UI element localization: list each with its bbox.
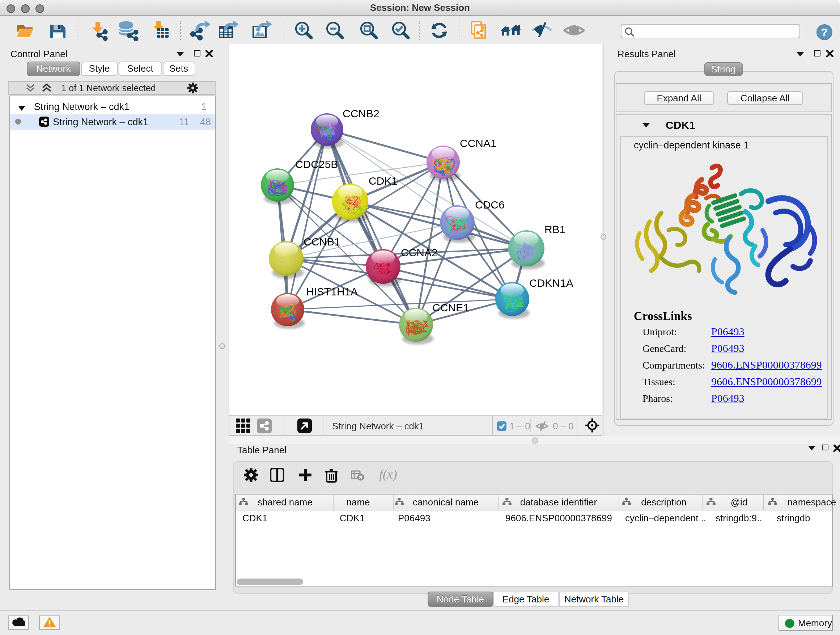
svg-text:CCNB2: CCNB2 (342, 108, 379, 119)
svg-text:CDKN1A: CDKN1A (529, 277, 573, 289)
svg-text:CCNA2: CCNA2 (401, 247, 437, 258)
svg-text:RB1: RB1 (544, 223, 565, 235)
svg-text:HIST1H1A: HIST1H1A (306, 286, 357, 298)
svg-text:CCNA1: CCNA1 (459, 137, 496, 149)
svg-text:?: ? (821, 26, 828, 38)
svg-text:CDC6: CDC6 (475, 199, 504, 211)
svg-text:CCNE1: CCNE1 (432, 302, 469, 314)
svg-text:CDK1: CDK1 (368, 175, 397, 187)
svg-text:CDC25B: CDC25B (295, 158, 338, 170)
svg-text:CCNB1: CCNB1 (303, 236, 340, 248)
